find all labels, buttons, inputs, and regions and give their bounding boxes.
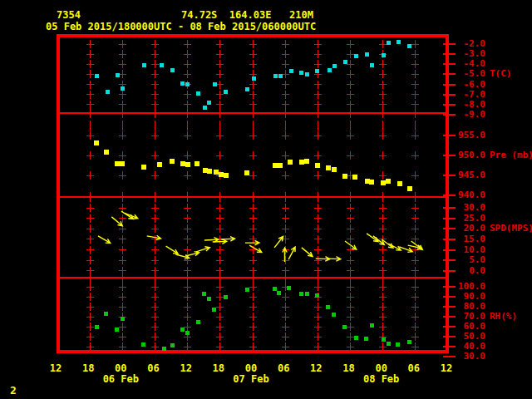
grid-plus <box>411 347 419 347</box>
grid-plus <box>216 347 224 347</box>
grid-plus <box>216 270 224 271</box>
grid-plus <box>314 229 322 229</box>
wind-arrow <box>98 236 111 244</box>
grid-plus <box>347 54 354 55</box>
grid-plus <box>347 307 354 308</box>
grid-plus <box>119 218 126 219</box>
rh-point <box>305 292 309 296</box>
rh-point <box>162 347 166 351</box>
grid-plus <box>184 74 191 75</box>
grid-plus <box>411 74 419 75</box>
grid-plus <box>314 249 322 250</box>
grid-plus <box>314 270 322 271</box>
rh-point <box>185 331 190 335</box>
grid-dash <box>253 108 254 118</box>
grid-plus <box>249 229 257 229</box>
grid-dash <box>155 108 155 118</box>
grid-plus <box>216 155 224 156</box>
x-axis-date-label: 07 Feb <box>231 374 271 385</box>
grid-dash <box>253 273 254 283</box>
pressure-point <box>278 163 283 168</box>
grid-plus <box>282 64 289 65</box>
temp-point <box>252 76 256 81</box>
x-axis-hour-label: 18 <box>340 363 358 374</box>
grid-dash <box>155 121 155 131</box>
grid-dash <box>350 108 351 118</box>
grid-plus <box>282 229 289 229</box>
y-axis-label: 5.0 <box>449 255 485 265</box>
wind-arrow <box>399 247 412 253</box>
grid-plus <box>314 317 322 318</box>
grid-plus <box>379 317 387 318</box>
grid-plus <box>86 94 94 95</box>
grid-plus <box>249 94 257 95</box>
rh-point <box>196 320 200 324</box>
grid-plus <box>216 104 224 105</box>
grid-dash <box>253 192 254 202</box>
wind-arrow <box>411 241 423 249</box>
grid-plus <box>184 229 191 229</box>
grid-plus <box>314 218 322 219</box>
rh-point <box>104 312 108 316</box>
x-axis-date-label: 06 Feb <box>101 374 140 385</box>
grid-plus <box>119 307 126 308</box>
grid-dash <box>415 273 416 283</box>
grid-dash <box>285 108 286 118</box>
grid-plus <box>347 337 354 337</box>
grid-plus <box>249 155 257 156</box>
grid-plus <box>86 260 94 261</box>
grid-plus <box>314 337 322 337</box>
grid-dash <box>122 192 123 202</box>
grid-plus <box>249 260 257 261</box>
grid-plus <box>314 208 322 209</box>
rh-point <box>382 337 386 342</box>
rh-point <box>354 336 358 340</box>
grid-plus <box>119 229 126 229</box>
grid-plus <box>379 327 387 328</box>
grid-plus <box>119 54 126 55</box>
grid-plus <box>119 287 126 288</box>
grid-plus <box>119 239 126 239</box>
grid-plus <box>119 74 126 75</box>
grid-plus <box>379 307 387 308</box>
rh-point <box>170 343 175 347</box>
grid-dash <box>285 121 286 131</box>
grid-plus <box>119 175 126 176</box>
y-axis-label: 30.0 <box>449 352 485 362</box>
grid-plus <box>184 249 191 250</box>
x-axis-hour-label: 12 <box>47 363 65 374</box>
grid-dash <box>219 108 220 118</box>
grid-plus <box>249 327 257 328</box>
grid-plus <box>86 229 94 229</box>
grid-plus <box>314 327 322 328</box>
panel-title-spd: SPD(MPS) <box>490 224 532 234</box>
pressure-point <box>381 180 386 185</box>
grid-plus <box>249 208 257 209</box>
pressure-point <box>299 160 304 165</box>
grid-plus <box>86 74 94 75</box>
grid-plus <box>184 317 191 318</box>
grid-plus <box>184 208 191 209</box>
rh-point <box>326 305 330 309</box>
grid-plus <box>282 307 289 308</box>
pressure-point <box>94 140 99 145</box>
grid-plus <box>347 327 354 328</box>
grid-plus <box>151 270 159 271</box>
temp-point <box>106 90 110 94</box>
grid-plus <box>314 135 322 136</box>
grid-dash <box>318 108 318 118</box>
grid-plus <box>347 84 354 85</box>
pressure-point <box>120 161 125 166</box>
wind-arrow <box>367 234 378 242</box>
grid-plus <box>249 297 257 298</box>
grid-plus <box>249 54 257 55</box>
wind-arrow <box>288 247 295 259</box>
wind-arrow <box>283 248 287 262</box>
meteogram-screen: 7354 74.72S 164.03E 210M 05 Feb 2015/180… <box>0 0 532 399</box>
pressure-point <box>157 162 162 167</box>
wind-arrow <box>249 245 262 253</box>
wind-arrow <box>274 237 283 248</box>
grid-plus <box>282 175 289 176</box>
grid-plus <box>151 249 159 250</box>
grid-plus <box>184 104 191 105</box>
